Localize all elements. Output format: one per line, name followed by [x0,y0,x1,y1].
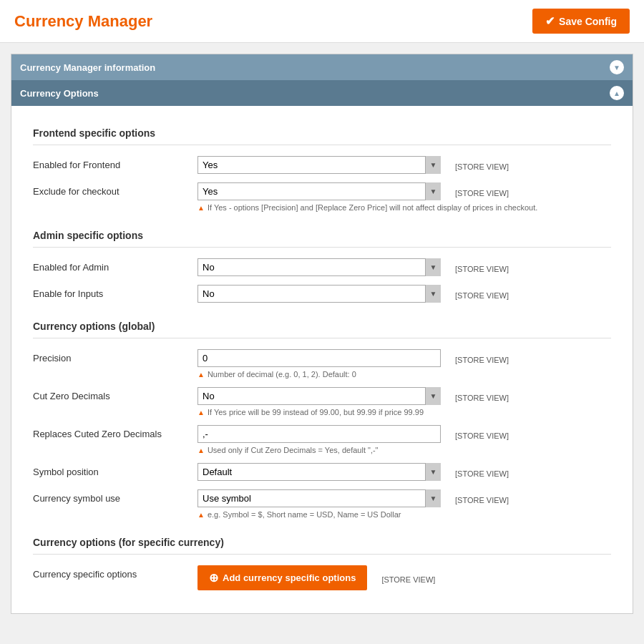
precision-row: Precision [STORE VIEW] ▲ Number of decim… [33,349,611,379]
currency-symbol-select-wrapper: Use symbol Use short name Use name ▼ [197,489,441,507]
options-section-content: Frontend specific options Enabled for Fr… [11,106,633,613]
enable-inputs-store-view: [STORE VIEW] [455,288,509,300]
enabled-admin-field: No Yes ▼ [STORE VIEW] [197,258,611,276]
precision-hint-text: Number of decimal (e.g. 0, 1, 2). Defaul… [208,370,356,379]
symbol-pos-label: Symbol position [33,463,197,477]
enable-inputs-field: No Yes ▼ [STORE VIEW] [197,285,611,303]
enable-inputs-select-wrapper: No Yes ▼ [197,285,441,303]
specific-section-title: Currency options (for specific currency) [33,537,611,555]
options-collapse-arrow[interactable]: ▲ [610,86,624,100]
currency-symbol-store-view: [STORE VIEW] [455,492,509,504]
global-section-title: Currency options (global) [33,321,611,338]
info-section-header[interactable]: Currency Manager information ▼ [11,54,633,80]
enable-inputs-row: Enable for Inputs No Yes ▼ [STORE VIEW] [33,285,611,303]
options-section-title: Currency Options [20,88,99,99]
enabled-frontend-label: Enabled for Frontend [33,156,197,170]
symbol-pos-select[interactable]: Default Before After [197,463,441,481]
currency-symbol-label: Currency symbol use [33,489,197,504]
precision-field: [STORE VIEW] ▲ Number of decimal (e.g. 0… [197,349,611,379]
cut-zero-hint: ▲ If Yes price will be 99 instead of 99.… [197,408,611,416]
enabled-frontend-select[interactable]: Yes No [197,156,441,174]
add-options-label: Add currency specific options [223,572,356,583]
exclude-checkout-row: Exclude for checkout Yes No ▼ [STORE VIE… [33,182,611,212]
enabled-admin-label: Enabled for Admin [33,258,197,273]
options-section-header[interactable]: Currency Options ▲ [11,80,633,106]
precision-label: Precision [33,349,197,364]
page-header: Currency Manager ✔ Save Config [0,0,644,43]
enabled-frontend-field: Yes No ▼ [STORE VIEW] [197,156,611,174]
precision-hint: ▲ Number of decimal (e.g. 0, 1, 2). Defa… [197,370,611,379]
add-currency-options-button[interactable]: ⊕ Add currency specific options [197,565,367,590]
precision-store-view: [STORE VIEW] [455,352,509,364]
currency-symbol-hint-text: e.g. Symbol = $, Short name = USD, Name … [208,510,401,519]
cut-zero-hint-text: If Yes price will be 99 instead of 99.00… [208,408,424,416]
replaces-hint-triangle: ▲ [197,447,205,454]
exclude-checkout-hint-text: If Yes - options [Precision] and [Replac… [208,203,537,212]
frontend-section-title: Frontend specific options [33,127,611,145]
enabled-admin-select[interactable]: No Yes [197,258,441,276]
enable-inputs-label: Enable for Inputs [33,285,197,299]
save-config-button[interactable]: ✔ Save Config [532,9,630,34]
currency-symbol-row: Currency symbol use Use symbol Use short… [33,489,611,519]
info-section-title: Currency Manager information [20,62,155,73]
enabled-frontend-select-wrapper: Yes No ▼ [197,156,441,174]
cut-zero-field: No Yes ▼ [STORE VIEW] ▲ If Yes price wil… [197,387,611,416]
cut-zero-store-view: [STORE VIEW] [455,390,509,402]
symbol-pos-row: Symbol position Default Before After ▼ [… [33,463,611,481]
specific-options-row: Currency specific options ⊕ Add currency… [33,565,611,590]
currency-symbol-field: Use symbol Use short name Use name ▼ [ST… [197,489,611,519]
check-icon: ✔ [545,14,555,28]
specific-options-label: Currency specific options [33,565,197,580]
currency-symbol-select[interactable]: Use symbol Use short name Use name [197,489,441,507]
admin-section-title: Admin specific options [33,230,611,248]
specific-options-store-view: [STORE VIEW] [381,572,435,584]
enabled-frontend-store-view: [STORE VIEW] [455,159,509,171]
currency-symbol-hint-triangle: ▲ [197,511,205,519]
replaces-label: Replaces Cuted Zero Decimals [33,425,197,439]
enabled-frontend-row: Enabled for Frontend Yes No ▼ [STORE VIE… [33,156,611,174]
enabled-admin-row: Enabled for Admin No Yes ▼ [STORE VIEW] [33,258,611,276]
cut-zero-row: Cut Zero Decimals No Yes ▼ [STORE VIEW] … [33,387,611,416]
enabled-admin-store-view: [STORE VIEW] [455,261,509,273]
precision-hint-triangle: ▲ [197,371,205,379]
plus-circle-icon: ⊕ [209,571,218,585]
hint-triangle-icon: ▲ [197,204,205,212]
exclude-checkout-label: Exclude for checkout [33,182,197,197]
specific-options-field: ⊕ Add currency specific options [STORE V… [197,565,611,590]
replaces-store-view: [STORE VIEW] [455,428,509,440]
save-config-label: Save Config [559,16,617,27]
enable-inputs-select[interactable]: No Yes [197,285,441,303]
replaces-input[interactable] [197,425,441,443]
main-content: Currency Manager information ▼ Currency … [11,54,633,614]
page-title: Currency Manager [14,12,152,31]
cut-zero-select-wrapper: No Yes ▼ [197,387,441,405]
replaces-row: Replaces Cuted Zero Decimals [STORE VIEW… [33,425,611,454]
exclude-checkout-hint: ▲ If Yes - options [Precision] and [Repl… [197,203,611,212]
replaces-hint-text: Used only if Cut Zero Decimals = Yes, de… [208,446,379,454]
symbol-pos-store-view: [STORE VIEW] [455,466,509,478]
cut-zero-select[interactable]: No Yes [197,387,441,405]
enabled-admin-select-wrapper: No Yes ▼ [197,258,441,276]
info-collapse-arrow[interactable]: ▼ [610,60,624,74]
precision-input[interactable] [197,349,441,367]
exclude-checkout-field: Yes No ▼ [STORE VIEW] ▲ If Yes - options… [197,182,611,212]
symbol-pos-select-wrapper: Default Before After ▼ [197,463,441,481]
replaces-field: [STORE VIEW] ▲ Used only if Cut Zero Dec… [197,425,611,454]
exclude-checkout-select[interactable]: Yes No [197,182,441,200]
replaces-hint: ▲ Used only if Cut Zero Decimals = Yes, … [197,446,611,454]
exclude-checkout-store-view: [STORE VIEW] [455,185,509,197]
currency-symbol-hint: ▲ e.g. Symbol = $, Short name = USD, Nam… [197,510,611,519]
cut-zero-hint-triangle: ▲ [197,409,205,416]
symbol-pos-field: Default Before After ▼ [STORE VIEW] [197,463,611,481]
cut-zero-label: Cut Zero Decimals [33,387,197,401]
exclude-checkout-select-wrapper: Yes No ▼ [197,182,441,200]
